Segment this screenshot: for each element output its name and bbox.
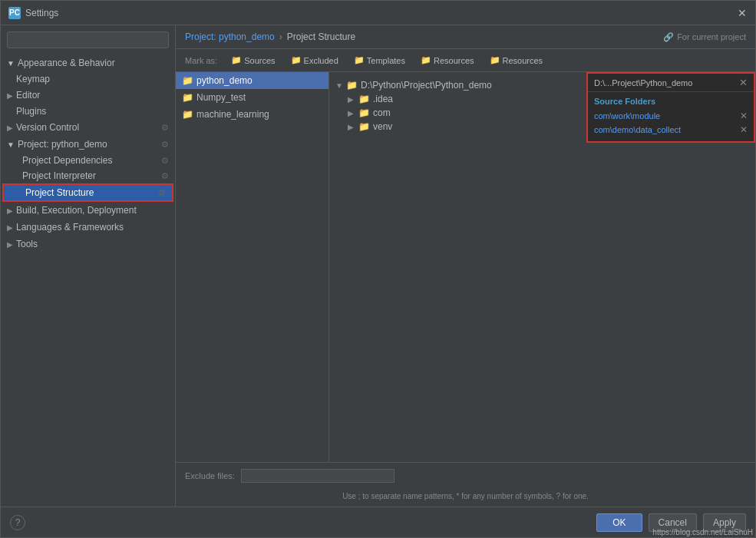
arrow-right-icon: ▶ [7,124,13,132]
sidebar-item-label: Keymap [16,74,50,84]
mark-as-label: Mark as: [185,56,217,65]
breadcrumb-current: Project Structure [287,31,355,42]
breadcrumb-project-link[interactable]: Project: python_demo [185,31,275,42]
sidebar-item-editor[interactable]: ▶ Editor [1,87,175,104]
folder-excluded-icon: 📁 [291,55,302,65]
hint-text: Use ; to separate name patterns, * for a… [176,489,755,507]
mark-as-excluded-btn[interactable]: 📁 Excluded [286,54,343,67]
popup-header: D:\...Project\Python_demo ✕ [588,74,754,92]
close-button[interactable]: ✕ [737,8,748,18]
sidebar-item-version-control[interactable]: ▶ Version Control ⚙ [1,119,175,136]
folder-root-icon: 📁 [346,80,358,91]
sidebar-item-label: Project: python_demo [18,139,107,150]
title-bar: PC Settings ✕ [1,1,755,25]
popup-item-0: com\work\module ✕ [594,109,748,123]
sidebar-item-label: Project Interpreter [22,170,96,181]
sidebar-search-input[interactable] [7,31,169,48]
project-list-item-numpy[interactable]: 📁 Numpy_test [176,89,328,106]
sidebar-item-plugins[interactable]: Plugins [1,104,175,119]
main-layout: ▼ Appearance & Behavior Keymap ▶ Editor … [1,25,755,507]
exclude-files-input[interactable] [241,469,395,483]
folder-resources1-icon: 📁 [421,55,431,65]
popup-item-1: com\demo\data_collect ✕ [594,123,748,137]
sidebar-item-label: Build, Execution, Deployment [16,205,137,216]
gear-icon: ⚙ [161,156,169,166]
breadcrumb-arrow: › [279,31,282,42]
sidebar-item-project-deps[interactable]: Project Dependencies ⚙ [1,153,175,168]
sidebar-item-label: Languages & Frameworks [16,222,124,233]
app-icon: PC [8,7,21,19]
project-list-item-python-demo[interactable]: 📁 python_demo [176,72,328,89]
sidebar-item-tools[interactable]: ▶ Tools [1,236,175,252]
popup-panel: D:\...Project\Python_demo ✕ Source Folde… [586,72,755,143]
project-list: 📁 python_demo 📁 Numpy_test 📁 machine_lea… [176,72,329,462]
sidebar-item-label: Project Structure [25,187,94,198]
sidebar-item-keymap[interactable]: Keymap [1,71,175,87]
folder-com-icon: 📁 [358,107,370,118]
arrow-down-icon: ▼ [335,81,343,90]
sidebar-item-project-python[interactable]: ▼ Project: python_demo ⚙ [1,136,175,153]
popup-path-1: com\demo\data_collect [594,125,681,134]
exclude-files-label: Exclude files: [185,471,235,480]
bottom-bar: ? OK Cancel Apply [1,507,755,537]
link-icon: 🔗 [663,32,674,42]
folder-sources-icon: 📁 [231,55,242,65]
mark-as-resources1-btn[interactable]: 📁 Resources [416,54,479,67]
project-tree-area: ▼ 📁 D:\Python\Project\Python_demo ▶ 📁 .i… [329,72,755,462]
sidebar-item-label: Appearance & Behavior [18,58,115,68]
mark-as-bar: Mark as: 📁 Sources 📁 Excluded 📁 Template… [176,49,755,72]
help-button[interactable]: ? [10,515,25,530]
content-body: 📁 python_demo 📁 Numpy_test 📁 machine_lea… [176,72,755,462]
folder-icon: 📁 [182,109,193,120]
folder-icon: 📁 [182,75,193,86]
sidebar-item-languages[interactable]: ▶ Languages & Frameworks [1,219,175,236]
folder-idea-icon: 📁 [358,94,370,104]
popup-title: D:\...Project\Python_demo [594,78,692,87]
popup-remove-0-button[interactable]: ✕ [740,111,748,121]
sidebar: ▼ Appearance & Behavior Keymap ▶ Editor … [1,25,176,507]
folder-resources2-icon: 📁 [490,55,500,65]
arrow-right-icon: ▶ [7,206,13,215]
project-list-item-ml[interactable]: 📁 machine_learning [176,106,328,123]
sidebar-item-label: Tools [16,239,38,249]
window-title: Settings [25,8,737,18]
popup-section-title: Source Folders [594,97,748,106]
mark-as-sources-btn[interactable]: 📁 Sources [226,54,279,67]
for-current-project: 🔗 For current project [663,32,746,42]
arrow-right-icon: ▶ [7,223,13,232]
sidebar-item-label: Version Control [16,122,79,133]
watermark: https://blog.csdn.net/LaiShuH [652,528,753,536]
sidebar-item-build[interactable]: ▶ Build, Execution, Deployment [1,202,175,219]
popup-close-button[interactable]: ✕ [739,77,748,88]
gear-icon: ⚙ [161,140,169,150]
arrow-down-icon: ▼ [7,59,15,68]
ok-button[interactable]: OK [596,513,642,532]
sidebar-item-label: Editor [16,90,40,101]
folder-venv-icon: 📁 [358,121,370,132]
popup-remove-1-button[interactable]: ✕ [740,124,748,135]
sidebar-item-appearance[interactable]: ▼ Appearance & Behavior [1,54,175,71]
sidebar-item-label: Plugins [16,106,46,117]
sidebar-item-project-structure[interactable]: Project Structure ⚙ [2,183,173,202]
arrow-right-icon: ▶ [348,123,355,131]
exclude-files-bar: Exclude files: [176,462,755,489]
settings-window: PC Settings ✕ ▼ Appearance & Behavior Ke… [0,0,756,538]
arrow-right-icon: ▶ [7,91,13,100]
breadcrumb: Project: python_demo › Project Structure [185,31,355,42]
arrow-right-icon: ▶ [348,109,355,117]
mark-as-templates-btn[interactable]: 📁 Templates [349,54,410,67]
gear-icon: ⚙ [161,171,169,181]
folder-templates-icon: 📁 [354,55,365,65]
gear-icon: ⚙ [158,188,166,198]
arrow-down-icon: ▼ [7,140,15,149]
main-content: Project: python_demo › Project Structure… [176,25,755,507]
folder-icon: 📁 [182,92,193,103]
content-header: Project: python_demo › Project Structure… [176,25,755,49]
mark-as-resources2-btn[interactable]: 📁 Resources [485,54,548,67]
popup-body: Source Folders com\work\module ✕ com\dem… [588,92,754,141]
sidebar-item-project-interpreter[interactable]: Project Interpreter ⚙ [1,168,175,183]
arrow-right-icon: ▶ [7,240,13,249]
sidebar-item-label: Project Dependencies [22,155,112,166]
popup-path-0: com\work\module [594,111,660,120]
arrow-right-icon: ▶ [348,95,355,104]
